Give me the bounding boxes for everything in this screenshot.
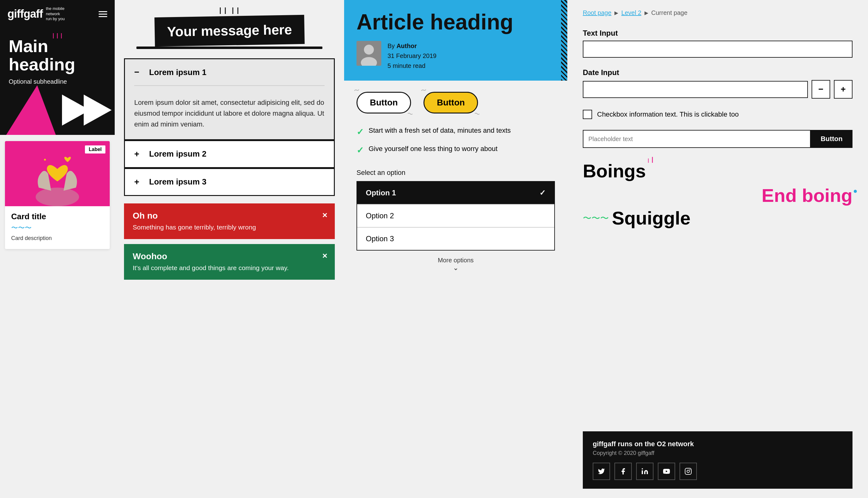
pink-triangle [6, 85, 56, 135]
more-options-label: More options [438, 257, 474, 264]
breadcrumb-level2[interactable]: Level 2 [621, 9, 641, 16]
hero-text: Main heading Optional subheadline [9, 37, 106, 85]
date-input[interactable] [583, 81, 808, 98]
breadcrumb: Root page ▶ Level 2 ▶ Current page [583, 9, 853, 16]
breadcrumb-arrow-2: ▶ [644, 10, 648, 16]
facebook-icon[interactable] [614, 463, 632, 480]
option-3-label: Option 3 [366, 234, 394, 243]
svg-point-2 [44, 159, 46, 161]
card-description: Card description [11, 235, 104, 241]
svg-point-7 [642, 468, 643, 470]
svg-rect-9 [685, 468, 691, 474]
option-2-label: Option 2 [366, 211, 394, 220]
linkedin-icon[interactable] [636, 463, 654, 480]
select-option-3[interactable]: Option 3 [357, 227, 554, 250]
outline-button-wrapper: 〜 Button 〜 [357, 92, 411, 114]
hero-subtitle: Optional subheadline [9, 78, 106, 85]
hamburger-line2 [98, 14, 107, 15]
logo: giffgaff [8, 8, 43, 21]
more-options[interactable]: More options ⌄ [357, 251, 555, 278]
date-row: − + [583, 80, 853, 99]
hamburger-menu[interactable] [98, 11, 107, 17]
youtube-icon[interactable] [658, 463, 675, 480]
breadcrumb-arrow-1: ▶ [614, 10, 618, 16]
banner-spike-right: | | [232, 6, 239, 14]
article-meta: By Author 31 February 2019 5 minute read [357, 41, 555, 71]
accordion-icon-2: + [134, 149, 143, 159]
error-alert-close[interactable]: × [322, 210, 328, 220]
white-arrow-2 [62, 95, 90, 126]
svg-point-11 [690, 469, 690, 470]
stepper-plus-button[interactable]: + [834, 80, 853, 99]
checkbox[interactable] [583, 110, 592, 119]
outline-button[interactable]: Button [357, 92, 411, 114]
card: Label [5, 141, 110, 249]
twitter-icon[interactable] [593, 463, 610, 480]
svg-point-0 [36, 187, 79, 206]
card-body: Card title 〜〜〜 Card description [5, 206, 110, 249]
inline-button[interactable]: Button [811, 130, 853, 148]
accordion-alerts-column: | | | | Your message here − Lorem ipsum … [115, 0, 344, 498]
checkbox-label[interactable]: Checkbox information text. This is click… [597, 109, 739, 119]
breadcrumb-current: Current page [651, 9, 687, 16]
text-input-label: Text Input [583, 29, 853, 38]
accordion-content-1: Lorem ipsum dolor sit amet, consectetur … [125, 91, 334, 139]
hamburger-line1 [98, 11, 107, 12]
form-column: Root page ▶ Level 2 ▶ Current page Text … [567, 0, 868, 498]
squiggle-title: Squiggle [612, 208, 690, 229]
accordion-header-3[interactable]: + Lorem ipsum 3 [125, 169, 334, 195]
wiggle-left: 〜 [353, 87, 360, 95]
logo-tagline: the mobile network run by you [46, 6, 65, 22]
success-alert-title: Woohoo [133, 251, 326, 261]
pink-spark-mid: | [647, 158, 649, 163]
accordion-header-1[interactable]: − Lorem ipsum 1 [125, 59, 334, 85]
article-header: Article heading By Author 31 February 20… [344, 0, 567, 81]
buttons-row: 〜 Button 〜 〜 Button 〜 [357, 92, 555, 114]
boings-section: Boings | | [583, 160, 853, 182]
squiggle-row: 〜〜〜 Squiggle [583, 208, 853, 229]
text-input-section: Text Input [583, 29, 853, 58]
check-text-1: Start with a fresh set of data, minutes … [369, 126, 511, 135]
spark-line1: | [52, 32, 54, 39]
social-icons [593, 463, 843, 480]
card-image: Label [5, 141, 110, 206]
select-dropdown[interactable]: Option 1 ✓ Option 2 Option 3 [357, 181, 555, 251]
author-name: Author [397, 42, 417, 49]
hero-title: Main heading [9, 37, 106, 74]
chevron-down-icon: ⌄ [363, 264, 549, 272]
select-option-1[interactable]: Option 1 ✓ [357, 182, 554, 205]
blue-dot [854, 190, 857, 193]
checkmark-1: ✓ [357, 126, 364, 138]
accordion-item-2[interactable]: + Lorem ipsum 2 [124, 140, 335, 168]
mobile-ui-column: giffgaff the mobile network run by you |… [0, 0, 115, 498]
breadcrumb-root[interactable]: Root page [583, 9, 611, 16]
logo-area: giffgaff the mobile network run by you [8, 6, 65, 22]
check-text-2: Give yourself one less thing to worry ab… [369, 144, 497, 154]
text-input[interactable] [583, 41, 853, 58]
instagram-icon[interactable] [680, 463, 697, 480]
accordion-title-2: Lorem ipsum 2 [149, 149, 206, 159]
banner-area: | | | | Your message here [124, 6, 335, 49]
pink-spark-top: | [652, 156, 654, 163]
accordion-divider-1 [134, 85, 324, 86]
card-illustration [26, 147, 88, 206]
boings-title-wrapper: Boings | | [583, 160, 646, 182]
stepper-minus-button[interactable]: − [812, 80, 830, 99]
article-body: 〜 Button 〜 〜 Button 〜 ✓ Start with a fre… [344, 81, 567, 289]
wiggle-right-2: 〜 [474, 110, 481, 118]
check-item-2: ✓ Give yourself one less thing to worry … [357, 144, 555, 156]
success-alert-close[interactable]: × [322, 251, 328, 261]
mobile-hero: | | | Main heading Optional subheadline [0, 28, 115, 135]
accordion-item-1[interactable]: − Lorem ipsum 1 Lorem ipsum dolor sit am… [124, 58, 335, 140]
footer-copyright: Copyright © 2020 giffgaff [593, 450, 843, 457]
accordion-icon-1: − [134, 67, 143, 77]
banner-box: Your message here [155, 15, 304, 47]
select-option-2[interactable]: Option 2 [357, 205, 554, 227]
accordion-header-2[interactable]: + Lorem ipsum 2 [125, 141, 334, 167]
spark-line3: | [61, 32, 62, 39]
accordion-item-3[interactable]: + Lorem ipsum 3 [124, 168, 335, 196]
inline-text-input[interactable] [583, 130, 811, 148]
squiggle-icon: 〜〜〜 [583, 212, 609, 224]
card-title: Card title [11, 212, 104, 221]
yellow-button[interactable]: Button [424, 92, 478, 114]
